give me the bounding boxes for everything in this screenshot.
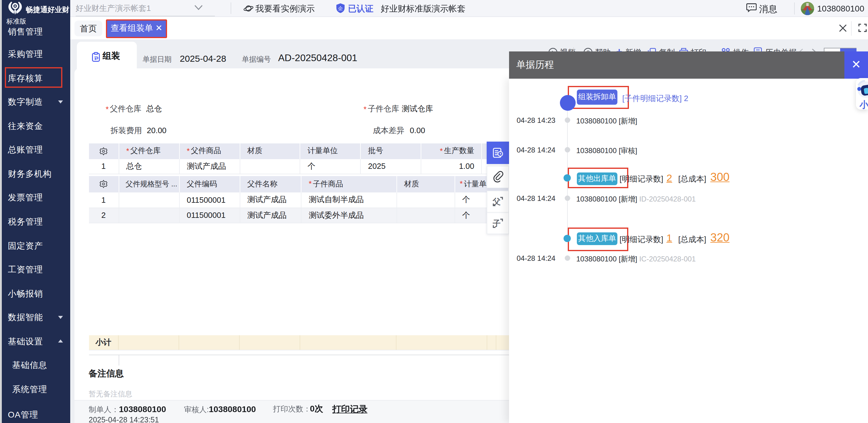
svg-text:子: 子 — [493, 219, 501, 228]
svg-text:企: 企 — [338, 6, 343, 11]
